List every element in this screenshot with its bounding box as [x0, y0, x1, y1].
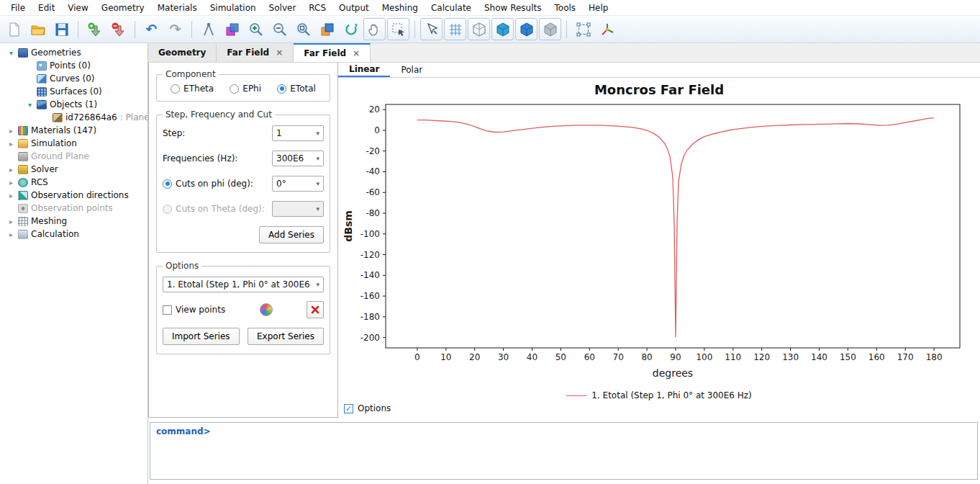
menu-show-results[interactable]: Show Results: [478, 1, 548, 14]
open-folder-button[interactable]: [27, 18, 49, 40]
phi-cut-dropdown[interactable]: 0°: [272, 176, 324, 192]
wireframe-view-button[interactable]: [468, 18, 490, 40]
tree-item-observation-directions[interactable]: Observation directions: [0, 189, 148, 202]
chevron-right-icon[interactable]: [7, 166, 15, 174]
tab-far-field-1[interactable]: Far Field: [217, 43, 294, 62]
chevron-right-icon[interactable]: [7, 127, 15, 135]
menu-calculate[interactable]: Calculate: [425, 1, 478, 14]
command-console[interactable]: command>: [150, 422, 978, 480]
menu-file[interactable]: File: [4, 1, 32, 14]
tree-item-objects[interactable]: Objects (1): [0, 98, 148, 111]
save-button[interactable]: [50, 18, 73, 40]
tree-item-points[interactable]: Points (0): [0, 59, 148, 72]
tab-linear[interactable]: Linear: [338, 63, 390, 77]
undo-button[interactable]: ↶: [140, 18, 163, 40]
tab-geometry[interactable]: Geometry: [148, 43, 217, 62]
shaded-view-button[interactable]: [515, 18, 537, 40]
menu-view[interactable]: View: [61, 1, 94, 14]
tree-item-meshing[interactable]: Meshing: [0, 215, 148, 228]
menu-output[interactable]: Output: [332, 1, 376, 14]
add-item-button[interactable]: [83, 18, 106, 40]
rotate-view-button[interactable]: [340, 18, 362, 40]
menu-edit[interactable]: Edit: [32, 1, 61, 14]
menu-meshing[interactable]: Meshing: [376, 1, 425, 14]
close-icon[interactable]: [353, 48, 360, 58]
radio-etotal[interactable]: ETotal: [277, 84, 316, 94]
checkbox-label: View points: [176, 305, 225, 315]
tree-item-simulation[interactable]: Simulation: [0, 137, 148, 150]
axes-icon: [599, 22, 615, 37]
points-icon: [37, 61, 47, 71]
menu-rcs[interactable]: RCS: [302, 1, 332, 14]
tree-item-rcs[interactable]: RCS: [0, 176, 148, 189]
tree-item-solver[interactable]: Solver: [0, 163, 148, 176]
svg-text:60: 60: [584, 352, 595, 362]
chevron-right-icon[interactable]: [7, 218, 15, 225]
delete-series-button[interactable]: [307, 301, 324, 318]
pan-button[interactable]: [363, 18, 386, 40]
remove-item-button[interactable]: [107, 18, 130, 40]
close-icon[interactable]: [276, 48, 283, 58]
radio-cuts-on-theta[interactable]: Cuts on Theta (deg):: [163, 204, 265, 214]
zoom-out-button[interactable]: [268, 18, 291, 40]
radio-etheta[interactable]: ETheta: [171, 84, 214, 94]
chevron-down-icon[interactable]: [26, 101, 34, 109]
menu-simulation[interactable]: Simulation: [204, 1, 263, 14]
tree-item-curves[interactable]: Curves (0): [0, 72, 148, 85]
tab-far-field-2[interactable]: Far Field: [294, 43, 371, 62]
layers-button[interactable]: [316, 18, 338, 40]
grid-button[interactable]: [444, 18, 466, 40]
tree-item-label: Points (0): [50, 60, 91, 71]
menu-tools[interactable]: Tools: [548, 1, 583, 14]
step-dropdown[interactable]: 1: [272, 125, 324, 141]
zoom-window-button[interactable]: [292, 18, 314, 40]
view-points-checkbox[interactable]: View points: [163, 305, 225, 315]
group-title: Step, Frequency and Cut: [163, 109, 275, 120]
menu-geometry[interactable]: Geometry: [95, 1, 151, 14]
tree-item-calculation[interactable]: Calculation: [0, 228, 148, 241]
solid-view-icon: [495, 22, 511, 37]
primitives-button[interactable]: [221, 18, 243, 40]
solid-view-button[interactable]: [491, 18, 514, 40]
tree-item-ground-plane[interactable]: Ground Plane: [0, 150, 148, 163]
chevron-right-icon[interactable]: [7, 179, 15, 187]
add-series-button[interactable]: Add Series: [259, 226, 324, 243]
menu-help[interactable]: Help: [582, 1, 614, 14]
series-dropdown[interactable]: 1. Etotal (Step 1, Phi 0° at 300E6 Hz): [163, 277, 324, 292]
tree-item-geometries[interactable]: Geometries: [0, 46, 148, 59]
tree-item-surfaces[interactable]: Surfaces (0): [0, 85, 148, 98]
compass-button[interactable]: [197, 18, 219, 40]
frequencies-dropdown[interactable]: 300E6: [272, 151, 324, 166]
checkbox-icon: [163, 305, 172, 315]
tree-item-plane-object[interactable]: id726864a6 : Plane: [0, 111, 148, 124]
zoom-window-icon: [296, 22, 312, 37]
options-checkbox[interactable]: [344, 404, 353, 413]
radio-ephi[interactable]: EPhi: [230, 84, 261, 94]
new-file-button[interactable]: [3, 18, 25, 40]
redo-button[interactable]: ↷: [164, 18, 186, 40]
select-area-button[interactable]: [387, 18, 409, 40]
axes-button[interactable]: [596, 18, 618, 40]
chevron-right-icon[interactable]: [7, 230, 15, 238]
document-tabbar: Geometry Far Field Far Field: [148, 43, 980, 63]
component-group: Component ETheta EPhi ETotal: [156, 74, 330, 102]
tree-item-observation-points[interactable]: Observation points: [0, 202, 148, 215]
radio-cuts-on-phi[interactable]: Cuts on phi (deg):: [163, 179, 253, 189]
menu-materials[interactable]: Materials: [151, 1, 204, 14]
menu-solver[interactable]: Solver: [263, 1, 303, 14]
chevron-down-icon[interactable]: [7, 49, 15, 57]
tab-polar[interactable]: Polar: [390, 63, 433, 77]
chevron-right-icon[interactable]: [7, 140, 15, 148]
zoom-in-button[interactable]: [245, 18, 267, 40]
materials-icon: [18, 126, 28, 135]
hidden-line-view-button[interactable]: [539, 18, 561, 40]
svg-text:40: 40: [527, 352, 537, 362]
svg-text:-160: -160: [360, 291, 380, 301]
chevron-right-icon[interactable]: [7, 192, 15, 200]
series-color-button[interactable]: [260, 303, 273, 316]
import-series-button[interactable]: Import Series: [163, 328, 240, 345]
tree-item-materials[interactable]: Materials (147): [0, 124, 148, 137]
pick-button[interactable]: [420, 18, 443, 40]
export-series-button[interactable]: Export Series: [248, 328, 324, 345]
selection-box-button[interactable]: [572, 18, 594, 40]
